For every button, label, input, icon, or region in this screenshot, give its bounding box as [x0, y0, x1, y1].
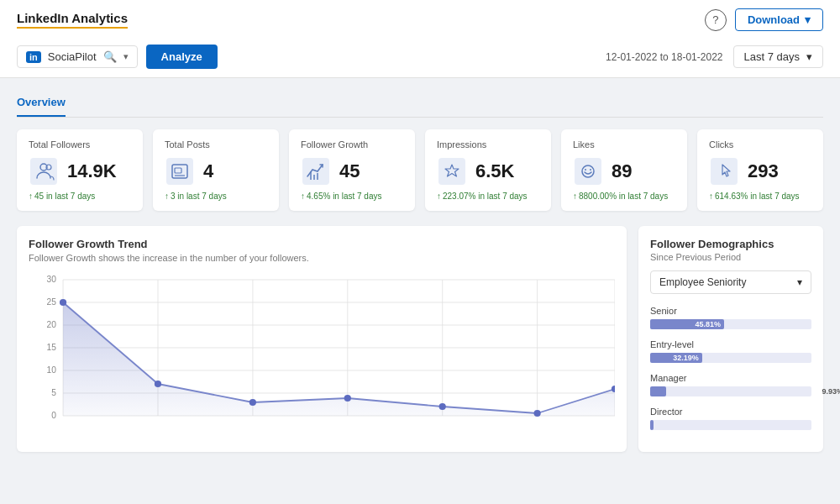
account-name: SociaPilot: [48, 50, 97, 63]
demo-label-manager: Manager: [650, 373, 811, 383]
posts-icon: [165, 156, 195, 186]
stat-value-growth: 45: [339, 160, 360, 182]
stat-card-clicks: Clicks 293 ↑ 614.63% in last 7 days: [697, 129, 823, 211]
arrow-up-icon: ↑: [573, 192, 577, 201]
demographics-subtitle: Since Previous Period: [650, 252, 811, 262]
stat-value-clicks: 293: [748, 160, 779, 182]
svg-text:5: 5: [51, 388, 56, 397]
bar-fill-entry: 32.19%: [650, 353, 702, 363]
arrow-up-icon: ↑: [709, 192, 713, 201]
header-actions: ? Download ▾: [705, 8, 823, 31]
stat-value-likes: 89: [612, 160, 632, 182]
svg-text:25: 25: [46, 297, 56, 307]
tab-bar: Overview: [17, 91, 823, 118]
svg-point-38: [60, 299, 66, 306]
main-content: Overview Total Followers: [0, 78, 840, 465]
svg-text:20: 20: [46, 320, 56, 329]
demographics-dropdown[interactable]: Employee Seniority ▾: [650, 270, 811, 294]
stat-value-impressions: 6.5K: [475, 160, 514, 182]
help-button[interactable]: ?: [705, 9, 727, 31]
stat-change-growth: ↑ 4.65% in last 7 days: [301, 192, 403, 201]
chart-section: Follower Growth Trend Follower Growth sh…: [17, 226, 823, 452]
download-button[interactable]: Download ▾: [735, 8, 823, 31]
impressions-icon: [437, 156, 467, 186]
demographics-item-senior: Senior 45.81%: [650, 306, 811, 329]
stat-main-growth: 45: [301, 156, 403, 186]
followers-icon: [29, 156, 59, 186]
stat-main-impressions: 6.5K: [437, 156, 539, 186]
bar-fill-senior: 45.81%: [650, 319, 724, 329]
stat-change-posts: ↑ 3 in last 7 days: [165, 192, 267, 201]
demographics-chevron-icon: ▾: [797, 276, 802, 288]
bar-entry: 32.19%: [650, 353, 811, 363]
chart-area: 0 5 10 15 20 25 30: [29, 271, 615, 431]
demographics-item-manager: Manager 9.93%: [650, 373, 811, 396]
demo-label-senior: Senior: [650, 306, 811, 316]
svg-rect-3: [166, 158, 193, 185]
arrow-up-icon: ↑: [165, 192, 169, 201]
stat-main-clicks: 293: [709, 156, 811, 186]
tab-overview[interactable]: Overview: [17, 91, 66, 117]
bar-manager: 9.93%: [650, 386, 811, 396]
header: LinkedIn Analytics ? Download ▾ in Socia…: [0, 0, 840, 78]
stat-label-clicks: Clicks: [709, 139, 811, 150]
chart-title: Follower Growth Trend: [29, 238, 615, 250]
demographics-dropdown-label: Employee Seniority: [659, 276, 746, 288]
bar-director: [650, 420, 811, 430]
svg-rect-11: [438, 158, 465, 185]
stat-label-growth: Follower Growth: [301, 139, 403, 150]
date-range: 12-01-2022 to 18-01-2022 Last 7 days ▾: [606, 45, 823, 68]
period-selector[interactable]: Last 7 days ▾: [733, 45, 824, 68]
demographics-item-director: Director: [650, 407, 811, 430]
download-label: Download: [748, 13, 800, 26]
chart-panel: Follower Growth Trend Follower Growth sh…: [17, 226, 627, 452]
svg-text:0: 0: [51, 411, 56, 420]
svg-rect-0: [30, 158, 57, 185]
account-search-icon[interactable]: 🔍: [103, 50, 117, 63]
svg-text:30: 30: [46, 275, 56, 284]
demographics-title: Follower Demographics: [650, 238, 811, 250]
stat-card-likes: Likes 89 ↑ 8800.00%: [561, 129, 687, 211]
bar-pct-manager: 9.93%: [822, 387, 840, 396]
stat-change-followers: ↑ 45 in last 7 days: [29, 192, 131, 201]
svg-point-39: [155, 381, 161, 387]
stat-change-clicks: ↑ 614.63% in last 7 days: [709, 192, 811, 201]
stat-main-posts: 4: [165, 156, 267, 186]
stat-value-posts: 4: [203, 160, 213, 182]
stat-label-likes: Likes: [573, 139, 675, 150]
stat-label-posts: Total Posts: [165, 139, 267, 150]
demographics-item-entry: Entry-level 32.19%: [650, 339, 811, 363]
svg-point-43: [534, 410, 541, 417]
linkedin-badge: in: [26, 51, 41, 63]
bar-senior: 45.81%: [650, 319, 811, 329]
clicks-icon: [709, 156, 739, 186]
logo-underline: [17, 27, 128, 29]
app-container: LinkedIn Analytics ? Download ▾ in Socia…: [0, 0, 840, 504]
account-chevron-icon: ▾: [123, 51, 129, 62]
svg-point-40: [249, 399, 256, 406]
stat-value-followers: 14.9K: [67, 160, 117, 182]
header-top: LinkedIn Analytics ? Download ▾: [17, 8, 823, 38]
svg-text:15: 15: [46, 343, 56, 352]
arrow-up-icon: ↑: [437, 192, 441, 201]
demo-label-entry: Entry-level: [650, 339, 811, 349]
svg-point-42: [439, 403, 446, 410]
growth-icon: [301, 156, 331, 186]
header-bottom: in SociaPilot 🔍 ▾ Analyze 12-01-2022 to …: [17, 38, 823, 77]
bar-pct-senior: 45.81%: [695, 320, 721, 328]
demographics-panel: Follower Demographics Since Previous Per…: [638, 226, 823, 452]
app-title: LinkedIn Analytics: [17, 11, 128, 25]
arrow-up-icon: ↑: [301, 192, 305, 201]
analyze-button[interactable]: Analyze: [146, 45, 218, 69]
bar-pct-entry: 32.19%: [673, 354, 699, 362]
bar-fill-manager: 9.93%: [650, 386, 666, 396]
demo-label-director: Director: [650, 407, 811, 417]
stat-change-impressions: ↑ 223.07% in last 7 days: [437, 192, 539, 201]
stat-main-followers: 14.9K: [29, 156, 131, 186]
period-label: Last 7 days: [744, 50, 801, 63]
chart-subtitle: Follower Growth shows the increase in th…: [29, 253, 615, 263]
stat-card-followers: Total Followers 14.9K ↑: [17, 129, 143, 211]
stat-label-impressions: Impressions: [437, 139, 539, 150]
svg-rect-16: [711, 158, 738, 185]
account-selector[interactable]: in SociaPilot 🔍 ▾: [17, 45, 138, 68]
